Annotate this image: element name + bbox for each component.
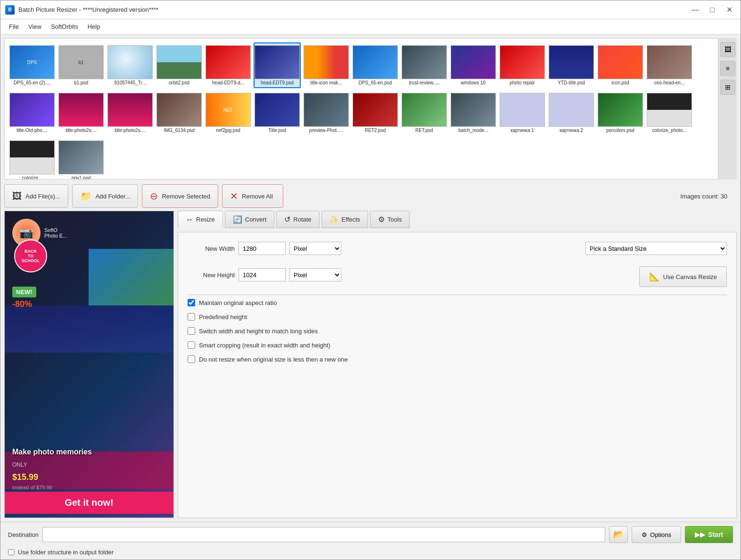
image-label: 91057445_Tr...	[107, 80, 153, 85]
tab-resize[interactable]: ↔ Resize	[178, 211, 223, 228]
image-item[interactable]: картинка 1	[499, 90, 546, 136]
image-label: b1.psd	[58, 80, 104, 85]
image-item[interactable]: head-EDT9.psd	[254, 42, 301, 88]
image-item[interactable]: preview-Phot.....	[303, 90, 350, 136]
settings-panel: ↔ Resize 🔄 Convert ↺ Rotate ✨ Effects ⚙	[178, 211, 737, 518]
close-button[interactable]: ✕	[723, 3, 736, 16]
image-label: ппч1.psd	[58, 175, 104, 180]
predefined-height-checkbox[interactable]	[188, 313, 195, 321]
standard-size-select[interactable]: Pick a Standard Size 640x480 800x600 102…	[585, 242, 727, 255]
canvas-resize-icon: 📐	[649, 272, 659, 282]
image-label: photo repair	[500, 80, 545, 85]
bottom-checkbox-row: Use folder structure in output folder	[0, 547, 741, 560]
no-resize-row: Do not resize when original size is less…	[188, 355, 727, 363]
image-item[interactable]: YTD-title.psd	[548, 42, 595, 88]
image-item[interactable]: Title.psd	[254, 90, 301, 136]
folder-icon: 📂	[613, 529, 624, 540]
image-item[interactable]: ceo-head-en...	[646, 42, 693, 88]
view-list-icon[interactable]: ≡	[720, 61, 735, 76]
add-files-icon: 🖼	[12, 191, 22, 202]
start-button[interactable]: ▶▶ Start	[685, 526, 733, 543]
sidebar-icons: 🖼 ≡ ⊞	[718, 38, 737, 180]
image-label: title-icon mak...	[304, 80, 349, 85]
image-item[interactable]: картинка 2	[548, 90, 595, 136]
add-files-button[interactable]: 🖼 Add File(s)...	[4, 184, 68, 208]
smart-crop-row: Smart cropping (result in exact width an…	[188, 341, 727, 349]
image-item[interactable]: psrcolors.psd	[597, 90, 644, 136]
no-resize-checkbox[interactable]	[188, 355, 195, 363]
tab-rotate[interactable]: ↺ Rotate	[276, 211, 319, 228]
image-item[interactable]: title-photo2s....	[58, 90, 105, 136]
image-label: IMG_6134.psd	[156, 128, 202, 133]
tab-convert[interactable]: 🔄 Convert	[225, 211, 275, 228]
width-row: New Width Pixel Percent cm mm inch Pick …	[188, 242, 727, 255]
view-grid-icon[interactable]: ⊞	[720, 80, 735, 95]
image-item[interactable]: icon.psd	[597, 42, 644, 88]
add-folder-button[interactable]: 📁 Add Folder...	[72, 184, 139, 208]
rotate-tab-icon: ↺	[284, 215, 290, 224]
width-unit-select[interactable]: Pixel Percent cm mm inch	[289, 242, 341, 255]
settings-form: New Width Pixel Percent cm mm inch Pick …	[178, 232, 737, 518]
image-item[interactable]: ппч1.psd	[58, 138, 105, 180]
minimize-button[interactable]: —	[689, 3, 702, 16]
image-item[interactable]: IMG_6134.psd	[156, 90, 203, 136]
options-button[interactable]: ⚙ Options	[632, 526, 681, 543]
image-item[interactable]: NEFnef2jpg.psd	[205, 90, 252, 136]
height-input[interactable]	[239, 268, 286, 281]
use-folder-structure-checkbox[interactable]	[8, 549, 14, 555]
images-count: Images count: 30	[680, 193, 737, 200]
image-label: title-photo2s....	[58, 128, 104, 133]
image-label: title-Old-pho....	[9, 128, 55, 133]
image-item[interactable]: title-icon mak...	[303, 42, 350, 88]
menu-softorbits[interactable]: SoftOrbits	[46, 21, 83, 32]
image-item[interactable]: orbit2.psd	[156, 42, 203, 88]
tab-tools[interactable]: ⚙ Tools	[370, 211, 410, 228]
view-large-icon[interactable]: 🖼	[720, 42, 735, 57]
switch-wh-label[interactable]: Switch width and height to match long si…	[199, 328, 318, 335]
menu-view[interactable]: View	[24, 21, 46, 32]
image-item[interactable]: colorize...	[8, 138, 56, 180]
image-item[interactable]: RET.psd	[401, 90, 448, 136]
tab-effects[interactable]: ✨ Effects	[321, 211, 369, 228]
add-folder-icon: 📁	[80, 190, 92, 202]
image-label: windows 10	[451, 80, 496, 85]
image-item[interactable]: photo repair	[499, 42, 546, 88]
destination-folder-button[interactable]: 📂	[609, 526, 628, 543]
image-label: orbit2.psd	[156, 80, 202, 85]
menubar: File View SoftOrbits Help	[0, 19, 741, 34]
use-folder-structure-label[interactable]: Use folder structure in output folder	[18, 549, 114, 556]
remove-selected-button[interactable]: ⊖ Remove Selected	[142, 184, 218, 208]
image-item[interactable]: RET2.psd	[352, 90, 399, 136]
maintain-ratio-checkbox[interactable]	[188, 299, 195, 306]
image-item[interactable]: trust-review.....	[401, 42, 448, 88]
titlebar: B Batch Picture Resizer - ****Unregister…	[0, 0, 741, 19]
image-item[interactable]: title-Old-pho....	[8, 90, 56, 136]
smart-crop-checkbox[interactable]	[188, 341, 195, 349]
canvas-resize-button[interactable]: 📐 Use Canvas Resize	[639, 266, 727, 287]
maintain-ratio-label[interactable]: Maintain original aspect ratio	[199, 299, 277, 306]
menu-help[interactable]: Help	[83, 21, 105, 32]
switch-wh-checkbox[interactable]	[188, 327, 195, 335]
image-item[interactable]: title-photo2s....	[107, 90, 154, 136]
image-label: trust-review.....	[402, 80, 447, 85]
image-item[interactable]: DPS_65-en.psd	[352, 42, 399, 88]
no-resize-label[interactable]: Do not resize when original size is less…	[199, 356, 348, 363]
remove-all-button[interactable]: ✕ Remove All	[222, 184, 283, 208]
width-input[interactable]	[239, 242, 286, 255]
tools-tab-icon: ⚙	[378, 215, 385, 224]
menu-file[interactable]: File	[4, 21, 24, 32]
smart-crop-label[interactable]: Smart cropping (result in exact width an…	[199, 342, 330, 349]
maximize-button[interactable]: □	[706, 3, 719, 16]
image-item[interactable]: 91057445_Tr...	[107, 42, 154, 88]
image-item[interactable]: colorize_photo...	[646, 90, 693, 136]
bottom-bar: Destination 📂 ⚙ Options ▶▶ Start	[0, 522, 741, 547]
image-item[interactable]: DPSDPS_65-en (2)....	[8, 42, 56, 88]
height-unit-select[interactable]: Pixel Percent cm mm inch	[289, 268, 341, 281]
switch-wh-row: Switch width and height to match long si…	[188, 327, 727, 335]
image-item[interactable]: batch_mode...	[450, 90, 497, 136]
predefined-height-label[interactable]: Predefined height	[199, 313, 247, 321]
destination-input[interactable]	[42, 527, 605, 542]
image-item[interactable]: b1b1.psd	[58, 42, 105, 88]
image-item[interactable]: head-EDT9-d...	[205, 42, 252, 88]
image-item[interactable]: windows 10	[450, 42, 497, 88]
